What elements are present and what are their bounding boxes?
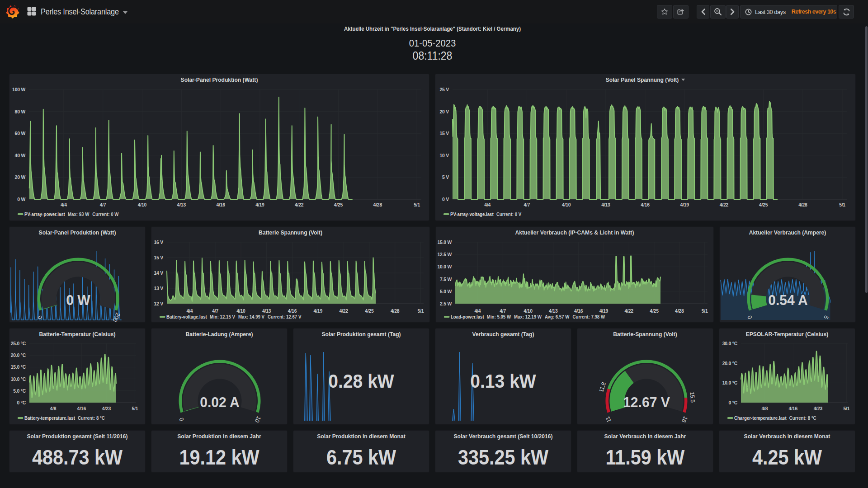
battery_voltage_gauge-gauge: 111611.815.512.67 V <box>577 328 714 425</box>
y-tick: 100 W <box>12 87 26 92</box>
panel-title[interactable]: Solar Produktion gesamt (Seit 11/2016) <box>14 433 141 440</box>
time-range-label: Last 30 days <box>755 9 786 15</box>
legend-stat: Max: 14.99 V <box>238 314 264 319</box>
panel-title[interactable]: Solar Produktion in diesem Monat <box>298 433 425 440</box>
legend-alias[interactable]: Load-power.last <box>451 314 484 319</box>
legend-stat: Avg: 6.57 W <box>545 314 570 319</box>
y-tick: 15 V <box>440 131 449 136</box>
gauge-value: 0 W <box>66 292 90 308</box>
legend-stat: Current: 8 °C <box>789 415 816 421</box>
panel-pv_voltage_graph: 0 V5 V10 V15 V20 V25 V4/44/74/104/134/16… <box>435 74 856 221</box>
scrollbar-thumb[interactable] <box>865 26 868 293</box>
x-tick: 5/1 <box>418 308 424 314</box>
zoom-out-button[interactable] <box>710 5 726 19</box>
legend-stat: Current: 0 W <box>92 211 118 217</box>
legend-stat: Min: 5.05 W <box>487 314 511 319</box>
series-line <box>29 97 353 199</box>
panel-clock: Aktuelle Uhrzeit in "Perles Insel-Solara… <box>0 25 865 62</box>
panel-title[interactable]: Solar Produktion in diesem Jahr <box>156 433 283 440</box>
legend-stat: Max: 93 W <box>68 211 89 217</box>
legend-swatch[interactable] <box>443 213 449 215</box>
legend-stat: Current: 8 °C <box>78 415 105 421</box>
panel-title[interactable]: Aktueller Verbrauch (IP-CAMs & Licht in … <box>445 229 703 236</box>
panel-title[interactable]: Batterie-Spannung (Volt) <box>582 331 708 338</box>
gauge-min-label: 11 <box>604 415 613 423</box>
x-tick: 5/1 <box>843 406 849 411</box>
panel-prod_total: Solar Produktion gesamt (Seit 11/2016)48… <box>9 430 146 473</box>
time-picker-button[interactable]: Last 30 days Refresh every 10s <box>740 5 837 19</box>
x-tick: 4/25 <box>334 202 343 207</box>
x-tick: 4/16 <box>288 308 297 314</box>
panel-title[interactable]: Aktueller Verbrauch (Ampere) <box>725 229 851 236</box>
x-tick: 4/10 <box>524 308 532 314</box>
legend-swatch[interactable] <box>727 417 733 419</box>
share-button[interactable] <box>673 5 689 19</box>
y-tick: 0 V <box>442 197 449 202</box>
y-tick: 20.0 °C <box>722 361 738 366</box>
refresh-interval-label: Refresh every 10s <box>792 9 836 15</box>
stat-value: 19.12 kW <box>160 445 279 469</box>
x-tick: 4/7 <box>524 202 530 207</box>
page-scrollbar[interactable] <box>865 23 868 488</box>
legend-alias[interactable]: Charger-temperature.last <box>734 415 787 421</box>
panel-prod_year: Solar Produktion in diesem Jahr19.12 kW <box>151 430 288 473</box>
legend-stat: Max: 12.19 W <box>514 314 542 319</box>
zoom-out-icon <box>714 8 722 16</box>
x-tick: 4/19 <box>314 308 322 314</box>
panel-title[interactable]: EPSOLAR-Temperatur (Celsius) <box>724 331 850 338</box>
panel-title[interactable]: Batterie-Temperatur (Celsius) <box>14 331 141 338</box>
dashboards-grid-icon[interactable] <box>27 7 36 16</box>
legend-alias[interactable]: PV-array-power.last <box>24 211 65 217</box>
stat-value: 335.25 kW <box>443 445 563 469</box>
panel-title[interactable]: Solar-Panel Produktion (Watt) <box>14 229 141 236</box>
refresh-button[interactable] <box>839 5 854 19</box>
panel-verb_year: Solar Verbrauch in diesem Jahr11.59 kW <box>577 430 713 473</box>
time-forward-button[interactable] <box>726 5 739 19</box>
legend-swatch[interactable] <box>160 316 165 318</box>
panel-title[interactable]: Batterie Spannung (Volt) <box>161 229 420 236</box>
panel-caret-icon <box>681 79 685 81</box>
y-tick: 5 V <box>442 174 449 180</box>
legend-alias[interactable]: Battery-temperature.last <box>24 415 75 421</box>
star-button[interactable] <box>657 5 672 19</box>
share-icon <box>677 8 685 15</box>
legend-alias[interactable]: Battery-voltage.last <box>166 314 207 319</box>
panel-title[interactable]: Batterie-Ladung (Ampere) <box>156 331 283 338</box>
legend-swatch[interactable] <box>444 316 449 318</box>
legend: Battery-temperature.lastCurrent: 8 °C <box>18 415 108 421</box>
legend-swatch[interactable] <box>18 213 23 215</box>
y-tick: 20 V <box>440 109 449 114</box>
panel-charger_temp_graph: 0 °C10.0 °C20.0 °C30.0 °C4/84/164/235/1E… <box>719 328 855 425</box>
y-tick: 12.5 W <box>437 252 452 257</box>
dashboard-title[interactable]: Perles Insel-Solaranlage <box>41 7 119 17</box>
x-tick: 4/8 <box>761 406 768 411</box>
gauge-max-label: 16 <box>680 415 689 424</box>
legend-stat: Min: 12.15 V <box>210 314 235 319</box>
x-tick: 4/13 <box>601 202 610 207</box>
y-tick: 40 W <box>15 153 26 158</box>
legend-swatch[interactable] <box>18 417 23 419</box>
x-tick: 4/10 <box>236 308 245 314</box>
y-tick: 14 V <box>154 270 164 276</box>
gauge-max-label: 200 <box>111 312 121 323</box>
panel-title[interactable]: Solar Verbrauch in diesem Jahr <box>582 433 708 440</box>
chevron-left-icon <box>701 9 705 15</box>
dashboard-title-dropdown[interactable]: Perles Insel-Solaranlage <box>41 0 127 23</box>
x-tick: 4/4 <box>484 202 491 207</box>
legend-alias[interactable]: PV-array-voltage.last <box>450 211 494 217</box>
panel-title[interactable]: Solar Verbrauch in diesem Monat <box>724 433 850 440</box>
panel-title[interactable]: Solar-Panel Produktion (Watt) <box>24 76 414 83</box>
panel-title[interactable]: Solar Produktion gesamt (Tag) <box>298 331 425 338</box>
x-tick: 4/13 <box>549 308 557 314</box>
stat-value: 0.13 kW <box>440 371 566 392</box>
navbar: Perles Insel-Solaranlage <box>0 0 868 23</box>
panel-battery_voltage_graph: 12 V13 V14 V15 V16 V4/44/74/104/134/164/… <box>151 226 430 323</box>
time-back-button[interactable] <box>697 5 709 19</box>
panel-title[interactable]: Verbrauch gesamt (Tag) <box>440 331 566 338</box>
grafana-logo-icon[interactable] <box>6 4 19 19</box>
x-tick: 4/19 <box>680 202 689 207</box>
panel-title[interactable]: Solar Verbrauch gesamt (Seit 10/2016) <box>440 433 566 440</box>
panel-verb_total: Solar Verbrauch gesamt (Seit 10/2016)335… <box>435 430 571 473</box>
panel-title[interactable]: Solar Panel Spannung (Volt) <box>450 76 841 83</box>
x-tick: 5/1 <box>414 202 420 207</box>
